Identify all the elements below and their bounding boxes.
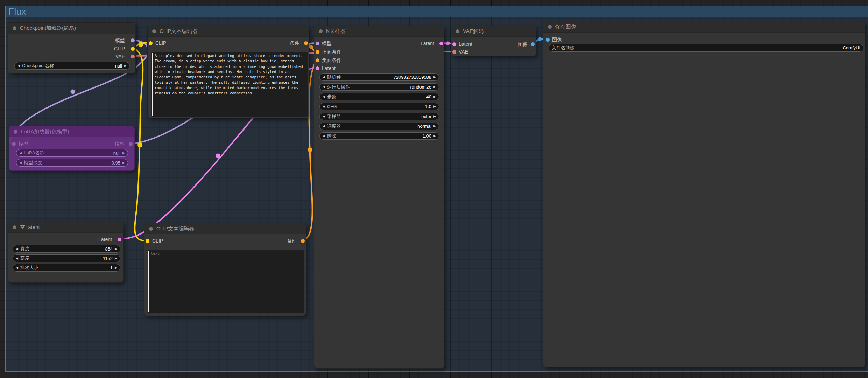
widget-label: 批次大小 [20,265,38,271]
widget-scheduler[interactable]: ◀ 调度器 normal ▶ [319,122,439,130]
output-port-latent[interactable] [118,238,121,241]
output-port-clip[interactable] [131,47,135,51]
input-port-positive[interactable] [316,50,319,54]
output-port-vae[interactable] [131,55,135,58]
prompt-textarea[interactable]: A couple, dressed in elegant wedding att… [151,52,308,117]
node-titlebar[interactable]: 空Latent [8,222,123,233]
output-port-cond[interactable] [304,41,308,45]
stepper-left-icon[interactable]: ◀ [16,257,18,260]
stepper-left-icon[interactable]: ◀ [19,152,22,155]
input-port-negative[interactable] [316,58,319,62]
stepper-right-icon[interactable]: ▶ [433,85,436,89]
widget-label: CFG [327,104,337,109]
node-titlebar[interactable]: CLIP文本编码器 [148,26,309,37]
input-port-latent[interactable] [316,66,319,70]
input-port-image[interactable] [546,38,550,42]
node-status-dot [456,29,459,33]
widget-height[interactable]: ◀ 高度 1152 ▶ [13,254,120,262]
stepper-left-icon[interactable]: ◀ [323,134,325,138]
output-port-image[interactable] [531,42,535,46]
widget-width[interactable]: ◀ 宽度 864 ▶ [13,245,120,253]
node-titlebar[interactable]: 保存图像 [543,21,865,33]
node-status-dot [14,130,17,134]
stepper-right-icon[interactable]: ▶ [122,161,125,164]
output-port-latent[interactable] [439,42,443,46]
input-port-vae[interactable] [452,50,456,54]
widget-label: 随机种 [327,74,341,80]
widget-batch-size[interactable]: ◀ 批次大小 1 ▶ [13,264,120,272]
stepper-right-icon[interactable]: ▶ [433,115,436,118]
stepper-right-icon[interactable]: ▶ [433,76,436,79]
node-title: LoRA加载器(仅模型) [21,128,69,135]
input-label-vae: VAE [459,49,468,55]
node-clip-encode-positive[interactable]: CLIP文本编码器 CLIP 条件 A couple, dressed in e… [147,26,309,118]
output-port-model[interactable] [129,142,133,146]
output-label-cond: 条件 [287,238,297,244]
input-port-latent[interactable] [452,42,456,46]
node-empty-latent[interactable]: 空Latent Latent ◀ 宽度 864 ▶ ◀ 高度 1152 ▶ ◀ … [8,222,124,283]
widget-lora-name[interactable]: ◀ LoRA名称 null ▶ [16,149,128,157]
node-lora-loader[interactable]: LoRA加载器(仅模型) 模型 模型 ◀ LoRA名称 null ▶ ◀ 模型强… [9,126,135,171]
widget-value: 40 [426,94,431,99]
stepper-right-icon[interactable]: ▶ [122,152,125,155]
widget-value: 1.00 [423,133,431,139]
stepper-right-icon[interactable]: ▶ [433,134,436,138]
node-titlebar[interactable]: LoRA加载器(仅模型) [9,126,134,137]
widget-label: Checkpoint名称 [22,63,54,69]
group-flux-titlebar[interactable]: Flux [6,6,868,17]
input-port-clip[interactable] [149,41,153,45]
input-port-clip[interactable] [146,239,149,243]
node-title: 空Latent [20,224,40,231]
stepper-right-icon[interactable]: ▶ [124,64,127,68]
widget-sampler[interactable]: ◀ 采样器 euler ▶ [319,113,439,120]
node-save-image[interactable]: 保存图像 图像 文件名前缀 ComfyUI [543,21,865,368]
widget-filename-prefix[interactable]: 文件名前缀 ComfyUI [549,44,863,52]
stepper-right-icon[interactable]: ▶ [433,125,436,128]
node-titlebar[interactable]: CLIP文本编码器 [144,223,306,234]
output-port-model[interactable] [131,38,135,42]
node-clip-encode-negative[interactable]: CLIP文本编码器 CLIP 条件 text [144,223,306,316]
widget-cfg[interactable]: ◀ CFG 1.0 ▶ [319,103,439,110]
stepper-left-icon[interactable]: ◀ [323,85,325,89]
widget-control-after-generate[interactable]: ◀ 运行后操作 randomize ▶ [319,83,439,91]
node-vae-decode[interactable]: VAE解码 Latent VAE 图像 [451,26,536,56]
widget-seed[interactable]: ◀ 随机种 720982731859588 ▶ [319,74,439,81]
stepper-right-icon[interactable]: ▶ [433,95,436,98]
stepper-left-icon[interactable]: ◀ [323,76,325,79]
prompt-textarea[interactable]: text [148,250,304,313]
node-checkpoint-loader[interactable]: Checkpoint加载器(简易) 模型 CLIP VAE ◀ Checkpoi… [8,22,136,74]
stepper-left-icon[interactable]: ◀ [16,247,18,251]
node-status-dot [13,26,16,30]
node-titlebar[interactable]: VAE解码 [451,26,536,37]
stepper-right-icon[interactable]: ▶ [115,247,117,251]
stepper-right-icon[interactable]: ▶ [115,266,117,270]
stepper-left-icon[interactable]: ◀ [16,266,18,270]
stepper-right-icon[interactable]: ▶ [115,257,117,260]
stepper-left-icon[interactable]: ◀ [323,105,325,108]
node-titlebar[interactable]: K采样器 [314,26,444,37]
widget-label: 步数 [327,94,336,100]
node-graph-canvas[interactable]: Flux Checkpo [0,0,868,378]
widget-lora-strength[interactable]: ◀ 模型强度 0.95 ▶ [16,159,128,167]
output-port-cond[interactable] [301,239,305,243]
widget-steps[interactable]: ◀ 步数 40 ▶ [319,93,439,100]
textarea-scrollbar[interactable] [148,251,149,312]
widget-label: 高度 [20,255,29,261]
stepper-left-icon[interactable]: ◀ [323,125,325,128]
input-port-model[interactable] [12,142,16,146]
textarea-scrollbar[interactable] [152,53,153,116]
node-titlebar[interactable]: Checkpoint加载器(简易) [8,23,135,34]
output-label-image: 图像 [518,41,528,48]
stepper-left-icon[interactable]: ◀ [323,115,325,118]
input-port-model[interactable] [316,42,319,46]
widget-denoise[interactable]: ◀ 降噪 1.00 ▶ [319,132,439,140]
output-label-vae: VAE [115,54,125,59]
output-label-cond: 条件 [290,40,299,47]
node-ksampler[interactable]: K采样器 模型 正面条件 负面条件 Latent Latent ◀ 随机种 72… [314,26,444,369]
widget-checkpoint-name[interactable]: ◀ Checkpoint名称 null ▶ [14,62,130,70]
stepper-left-icon[interactable]: ◀ [323,95,325,98]
stepper-left-icon[interactable]: ◀ [19,161,22,164]
stepper-left-icon[interactable]: ◀ [17,64,20,68]
widget-label: 调度器 [327,123,341,130]
stepper-right-icon[interactable]: ▶ [433,105,436,108]
